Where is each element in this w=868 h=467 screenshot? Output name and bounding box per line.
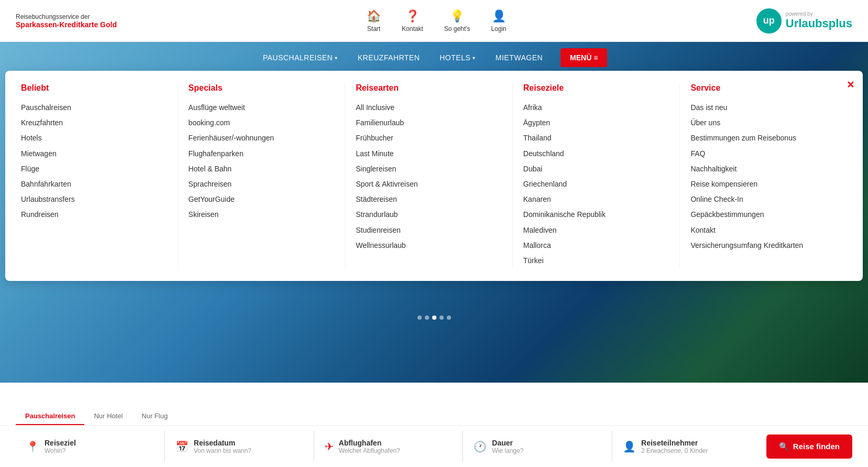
mega-menu-item[interactable]: Kreuzfahrten: [21, 115, 167, 131]
mega-menu-item[interactable]: Sprachreisen: [189, 177, 335, 192]
mega-menu-item[interactable]: Städtereisen: [356, 192, 502, 207]
mega-menu-item[interactable]: Ferienhäuser/-wohnungen: [189, 131, 335, 146]
mega-menu-item[interactable]: Über uns: [690, 115, 837, 131]
mega-menu-item[interactable]: Deutschland: [523, 146, 669, 161]
mega-menu-col-reiseziele: ReisezieleAfrikaÄgyptenThailandDeutschla…: [513, 83, 680, 268]
mega-menu-close-button[interactable]: ✕: [847, 79, 854, 91]
mega-menu-title: Beliebt: [21, 83, 167, 93]
mega-menu-item[interactable]: Hotel & Bahn: [189, 161, 335, 177]
menu-button[interactable]: MENÜ ≡: [561, 48, 607, 67]
mega-menu-title: Service: [690, 83, 837, 93]
mega-menu-item[interactable]: Dominikanische Republik: [523, 207, 669, 222]
header-nav-item-start[interactable]: 🏠Start: [367, 9, 381, 32]
hero-section: PAUSCHALREISEN▾KREUZFAHRTENHOTELS▾MIETWA…: [0, 42, 868, 383]
mega-menu-item[interactable]: Urlaubstransfers: [21, 192, 167, 207]
mega-menu-item[interactable]: Studienreisen: [356, 223, 502, 238]
mega-menu-item[interactable]: Versicherungsumfang Kreditkarten: [690, 238, 837, 253]
carousel-dot-0[interactable]: [417, 316, 422, 320]
mega-menu-col-service: ServiceDas ist neuÜber unsBestimmungen z…: [680, 83, 847, 268]
mega-menu-col-reisearten: ReiseartenAll InclusiveFamilienurlaubFrü…: [345, 83, 513, 268]
nav-icon-kontakt: ❓: [405, 9, 420, 23]
mega-menu-item[interactable]: Familienurlaub: [356, 115, 502, 131]
mega-menu-item[interactable]: Strandurlaub: [356, 207, 502, 222]
mega-menu-item[interactable]: Flughafenparken: [189, 146, 335, 161]
mega-menu-col-specials: SpecialsAusflüge weltweitbooking.comFeri…: [178, 83, 346, 268]
header-nav: 🏠Start❓Kontakt💡So geht's👤Login: [117, 9, 756, 32]
mega-menu-item[interactable]: Nachhaltigkeit: [690, 161, 837, 177]
brand-logo: Reisebuchungsservice der Sparkassen-Kred…: [16, 13, 117, 29]
header-nav-item-kontakt[interactable]: ❓Kontakt: [402, 9, 423, 32]
header-right: up powered by Urlaubsplus: [756, 8, 852, 34]
carousel-dot-3[interactable]: [440, 316, 444, 320]
mega-menu-item[interactable]: Kontakt: [690, 223, 837, 238]
mega-menu-item[interactable]: Griechenland: [523, 177, 669, 192]
chevron-down-icon: ▾: [473, 55, 476, 61]
nav-icon-start: 🏠: [367, 9, 381, 23]
carousel-dot-4[interactable]: [447, 316, 451, 320]
mega-menu-item[interactable]: Ägypten: [523, 115, 669, 131]
mega-menu: ✕ BeliebtPauschalreisenKreuzfahrtenHotel…: [5, 71, 863, 281]
urlaubsplus-logo: up powered by Urlaubsplus: [756, 8, 852, 34]
navbar-item-kreuzfahrten[interactable]: KREUZFAHRTEN: [356, 49, 422, 66]
mega-menu-item[interactable]: booking.com: [189, 115, 335, 131]
mega-menu-item[interactable]: Frühbucher: [356, 131, 502, 146]
mega-menu-item[interactable]: Afrika: [523, 100, 669, 115]
mega-menu-item[interactable]: Singlereisen: [356, 161, 502, 177]
mega-menu-item[interactable]: Ausflüge weltweit: [189, 100, 335, 115]
urlaubsplus-text-block: powered by Urlaubsplus: [786, 11, 852, 30]
mega-menu-col-beliebt: BeliebtPauschalreisenKreuzfahrtenHotelsM…: [21, 83, 178, 268]
mega-menu-item[interactable]: Skireisen: [189, 207, 335, 222]
mega-menu-item[interactable]: Bestimmungen zum Reisebonus: [690, 131, 837, 146]
mega-menu-item[interactable]: Malediven: [523, 223, 669, 238]
mega-menu-item[interactable]: Sport & Aktivreisen: [356, 177, 502, 192]
urlaubsplus-name: Urlaubsplus: [786, 17, 852, 30]
mega-menu-title: Reiseziele: [523, 83, 669, 93]
mega-menu-item[interactable]: Türkei: [523, 253, 669, 268]
mega-menu-title: Reisearten: [356, 83, 502, 93]
mega-menu-item[interactable]: Mietwagen: [21, 146, 167, 161]
nav-icon-login: 👤: [492, 9, 506, 23]
mega-menu-item[interactable]: Kanaren: [523, 192, 669, 207]
mega-menu-item[interactable]: All Inclusive: [356, 100, 502, 115]
mega-menu-item[interactable]: FAQ: [690, 146, 837, 161]
mega-menu-item[interactable]: Thailand: [523, 131, 669, 146]
mega-menu-item[interactable]: Bahnfahrkarten: [21, 177, 167, 192]
header-nav-item-so geht's[interactable]: 💡So geht's: [444, 9, 470, 32]
carousel-dot-2[interactable]: [432, 316, 436, 320]
brand-top-text: Reisebuchungsservice der: [16, 13, 117, 20]
nav-icon-so geht's: 💡: [450, 9, 464, 23]
carousel-dot-1[interactable]: [425, 316, 429, 320]
mega-menu-item[interactable]: Hotels: [21, 131, 167, 146]
navbar-item-mietwagen[interactable]: MIETWAGEN: [493, 49, 545, 66]
mega-menu-item[interactable]: Wellnessurlaub: [356, 238, 502, 253]
chevron-down-icon: ▾: [335, 55, 338, 61]
mega-menu-item[interactable]: Rundreisen: [21, 207, 167, 222]
mega-menu-item[interactable]: Dubai: [523, 161, 669, 177]
mega-menu-item[interactable]: Mallorca: [523, 238, 669, 253]
mega-menu-item[interactable]: Last Minute: [356, 146, 502, 161]
mega-menu-item[interactable]: Pauschalreisen: [21, 100, 167, 115]
mega-menu-item[interactable]: Flüge: [21, 161, 167, 177]
urlaubsplus-circle-icon: up: [756, 8, 782, 34]
brand-bottom-text: Sparkassen-Kreditkarte Gold: [16, 20, 117, 29]
mega-menu-title: Specials: [189, 83, 335, 93]
mega-menu-item[interactable]: Reise kompensieren: [690, 177, 837, 192]
main-navbar: PAUSCHALREISEN▾KREUZFAHRTENHOTELS▾MIETWA…: [0, 42, 868, 73]
mega-menu-item[interactable]: GetYourGuide: [189, 192, 335, 207]
mega-menu-item[interactable]: Online Check-In: [690, 192, 837, 207]
navbar-item-pauschalreisen[interactable]: PAUSCHALREISEN▾: [261, 49, 340, 66]
powered-by-text: powered by: [786, 11, 852, 17]
mega-menu-item[interactable]: Das ist neu: [690, 100, 837, 115]
navbar-item-hotels[interactable]: HOTELS▾: [437, 49, 478, 66]
carousel-dots: [417, 316, 451, 320]
header-nav-item-login[interactable]: 👤Login: [491, 9, 506, 32]
header: Reisebuchungsservice der Sparkassen-Kred…: [0, 0, 868, 42]
mega-menu-item[interactable]: Gepäckbestimmungen: [690, 207, 837, 222]
